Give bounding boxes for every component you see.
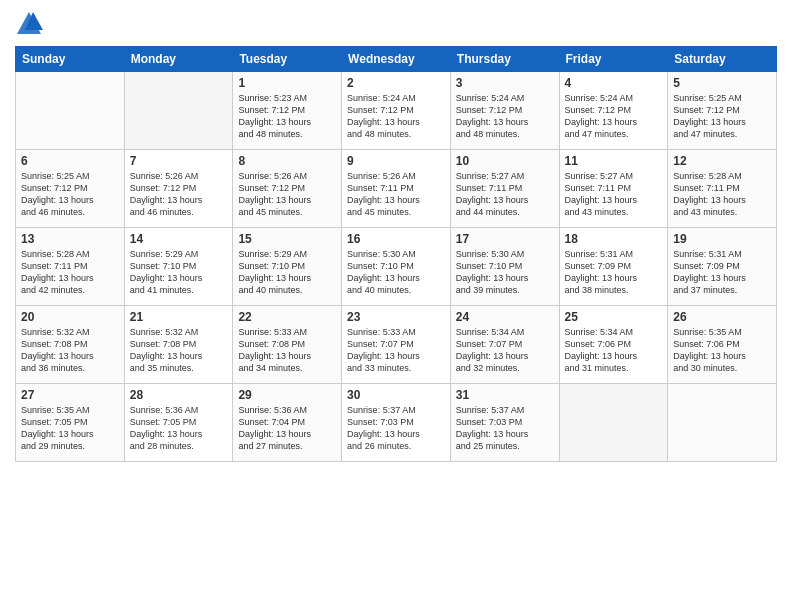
day-number: 7	[130, 154, 228, 168]
calendar-cell: 6Sunrise: 5:25 AM Sunset: 7:12 PM Daylig…	[16, 150, 125, 228]
calendar-cell: 21Sunrise: 5:32 AM Sunset: 7:08 PM Dayli…	[124, 306, 233, 384]
calendar-header-monday: Monday	[124, 47, 233, 72]
calendar-cell: 28Sunrise: 5:36 AM Sunset: 7:05 PM Dayli…	[124, 384, 233, 462]
calendar-week-1: 1Sunrise: 5:23 AM Sunset: 7:12 PM Daylig…	[16, 72, 777, 150]
day-number: 3	[456, 76, 554, 90]
day-number: 5	[673, 76, 771, 90]
calendar-cell: 22Sunrise: 5:33 AM Sunset: 7:08 PM Dayli…	[233, 306, 342, 384]
day-number: 9	[347, 154, 445, 168]
calendar-cell: 18Sunrise: 5:31 AM Sunset: 7:09 PM Dayli…	[559, 228, 668, 306]
calendar-cell: 16Sunrise: 5:30 AM Sunset: 7:10 PM Dayli…	[342, 228, 451, 306]
day-info: Sunrise: 5:26 AM Sunset: 7:12 PM Dayligh…	[238, 170, 336, 219]
calendar-cell: 24Sunrise: 5:34 AM Sunset: 7:07 PM Dayli…	[450, 306, 559, 384]
header	[15, 10, 777, 38]
day-number: 30	[347, 388, 445, 402]
day-info: Sunrise: 5:28 AM Sunset: 7:11 PM Dayligh…	[673, 170, 771, 219]
day-number: 1	[238, 76, 336, 90]
page: SundayMondayTuesdayWednesdayThursdayFrid…	[0, 0, 792, 612]
day-number: 6	[21, 154, 119, 168]
day-number: 29	[238, 388, 336, 402]
calendar-week-2: 6Sunrise: 5:25 AM Sunset: 7:12 PM Daylig…	[16, 150, 777, 228]
day-info: Sunrise: 5:35 AM Sunset: 7:06 PM Dayligh…	[673, 326, 771, 375]
day-info: Sunrise: 5:36 AM Sunset: 7:05 PM Dayligh…	[130, 404, 228, 453]
day-info: Sunrise: 5:37 AM Sunset: 7:03 PM Dayligh…	[456, 404, 554, 453]
calendar-cell	[124, 72, 233, 150]
day-info: Sunrise: 5:35 AM Sunset: 7:05 PM Dayligh…	[21, 404, 119, 453]
day-info: Sunrise: 5:30 AM Sunset: 7:10 PM Dayligh…	[347, 248, 445, 297]
day-number: 23	[347, 310, 445, 324]
day-info: Sunrise: 5:24 AM Sunset: 7:12 PM Dayligh…	[456, 92, 554, 141]
day-number: 25	[565, 310, 663, 324]
logo	[15, 10, 47, 38]
day-info: Sunrise: 5:33 AM Sunset: 7:08 PM Dayligh…	[238, 326, 336, 375]
calendar-cell: 31Sunrise: 5:37 AM Sunset: 7:03 PM Dayli…	[450, 384, 559, 462]
calendar-header-thursday: Thursday	[450, 47, 559, 72]
day-info: Sunrise: 5:33 AM Sunset: 7:07 PM Dayligh…	[347, 326, 445, 375]
calendar-cell: 9Sunrise: 5:26 AM Sunset: 7:11 PM Daylig…	[342, 150, 451, 228]
day-info: Sunrise: 5:37 AM Sunset: 7:03 PM Dayligh…	[347, 404, 445, 453]
calendar-table: SundayMondayTuesdayWednesdayThursdayFrid…	[15, 46, 777, 462]
day-info: Sunrise: 5:32 AM Sunset: 7:08 PM Dayligh…	[21, 326, 119, 375]
day-info: Sunrise: 5:25 AM Sunset: 7:12 PM Dayligh…	[21, 170, 119, 219]
calendar-cell: 30Sunrise: 5:37 AM Sunset: 7:03 PM Dayli…	[342, 384, 451, 462]
calendar-cell	[559, 384, 668, 462]
calendar-week-3: 13Sunrise: 5:28 AM Sunset: 7:11 PM Dayli…	[16, 228, 777, 306]
day-info: Sunrise: 5:29 AM Sunset: 7:10 PM Dayligh…	[130, 248, 228, 297]
calendar-cell: 14Sunrise: 5:29 AM Sunset: 7:10 PM Dayli…	[124, 228, 233, 306]
day-info: Sunrise: 5:26 AM Sunset: 7:12 PM Dayligh…	[130, 170, 228, 219]
logo-icon	[15, 10, 43, 38]
calendar-cell: 4Sunrise: 5:24 AM Sunset: 7:12 PM Daylig…	[559, 72, 668, 150]
day-info: Sunrise: 5:24 AM Sunset: 7:12 PM Dayligh…	[565, 92, 663, 141]
day-number: 27	[21, 388, 119, 402]
calendar-header-sunday: Sunday	[16, 47, 125, 72]
day-number: 22	[238, 310, 336, 324]
day-info: Sunrise: 5:31 AM Sunset: 7:09 PM Dayligh…	[565, 248, 663, 297]
day-number: 28	[130, 388, 228, 402]
day-info: Sunrise: 5:36 AM Sunset: 7:04 PM Dayligh…	[238, 404, 336, 453]
day-info: Sunrise: 5:24 AM Sunset: 7:12 PM Dayligh…	[347, 92, 445, 141]
calendar-cell: 11Sunrise: 5:27 AM Sunset: 7:11 PM Dayli…	[559, 150, 668, 228]
day-number: 13	[21, 232, 119, 246]
calendar-cell: 5Sunrise: 5:25 AM Sunset: 7:12 PM Daylig…	[668, 72, 777, 150]
calendar-cell: 1Sunrise: 5:23 AM Sunset: 7:12 PM Daylig…	[233, 72, 342, 150]
calendar-header-row: SundayMondayTuesdayWednesdayThursdayFrid…	[16, 47, 777, 72]
calendar-cell: 13Sunrise: 5:28 AM Sunset: 7:11 PM Dayli…	[16, 228, 125, 306]
day-info: Sunrise: 5:25 AM Sunset: 7:12 PM Dayligh…	[673, 92, 771, 141]
calendar-cell: 3Sunrise: 5:24 AM Sunset: 7:12 PM Daylig…	[450, 72, 559, 150]
calendar-cell: 29Sunrise: 5:36 AM Sunset: 7:04 PM Dayli…	[233, 384, 342, 462]
calendar-week-4: 20Sunrise: 5:32 AM Sunset: 7:08 PM Dayli…	[16, 306, 777, 384]
calendar-cell: 12Sunrise: 5:28 AM Sunset: 7:11 PM Dayli…	[668, 150, 777, 228]
day-number: 20	[21, 310, 119, 324]
calendar-cell: 23Sunrise: 5:33 AM Sunset: 7:07 PM Dayli…	[342, 306, 451, 384]
day-number: 10	[456, 154, 554, 168]
calendar-header-saturday: Saturday	[668, 47, 777, 72]
calendar-cell: 7Sunrise: 5:26 AM Sunset: 7:12 PM Daylig…	[124, 150, 233, 228]
day-info: Sunrise: 5:29 AM Sunset: 7:10 PM Dayligh…	[238, 248, 336, 297]
calendar-cell	[668, 384, 777, 462]
calendar-cell: 20Sunrise: 5:32 AM Sunset: 7:08 PM Dayli…	[16, 306, 125, 384]
day-number: 14	[130, 232, 228, 246]
day-info: Sunrise: 5:28 AM Sunset: 7:11 PM Dayligh…	[21, 248, 119, 297]
day-number: 17	[456, 232, 554, 246]
calendar-cell: 15Sunrise: 5:29 AM Sunset: 7:10 PM Dayli…	[233, 228, 342, 306]
day-number: 26	[673, 310, 771, 324]
day-number: 19	[673, 232, 771, 246]
day-number: 24	[456, 310, 554, 324]
day-number: 4	[565, 76, 663, 90]
calendar-cell: 19Sunrise: 5:31 AM Sunset: 7:09 PM Dayli…	[668, 228, 777, 306]
day-number: 11	[565, 154, 663, 168]
calendar-cell: 2Sunrise: 5:24 AM Sunset: 7:12 PM Daylig…	[342, 72, 451, 150]
day-number: 15	[238, 232, 336, 246]
day-number: 2	[347, 76, 445, 90]
day-info: Sunrise: 5:34 AM Sunset: 7:06 PM Dayligh…	[565, 326, 663, 375]
day-info: Sunrise: 5:27 AM Sunset: 7:11 PM Dayligh…	[456, 170, 554, 219]
day-info: Sunrise: 5:31 AM Sunset: 7:09 PM Dayligh…	[673, 248, 771, 297]
calendar-week-5: 27Sunrise: 5:35 AM Sunset: 7:05 PM Dayli…	[16, 384, 777, 462]
calendar-header-wednesday: Wednesday	[342, 47, 451, 72]
calendar-header-tuesday: Tuesday	[233, 47, 342, 72]
calendar-cell	[16, 72, 125, 150]
day-number: 21	[130, 310, 228, 324]
calendar-cell: 17Sunrise: 5:30 AM Sunset: 7:10 PM Dayli…	[450, 228, 559, 306]
day-number: 12	[673, 154, 771, 168]
day-number: 18	[565, 232, 663, 246]
